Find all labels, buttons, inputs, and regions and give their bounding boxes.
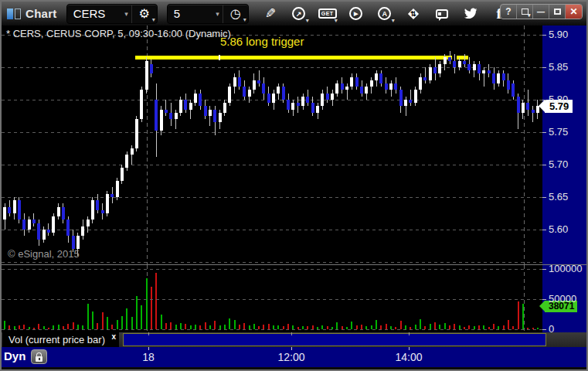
dynamic-mode-button[interactable]: Dyn (4, 349, 25, 362)
volume-bar (14, 326, 15, 329)
esignal-watermark: © eSignal, 2015 (8, 248, 80, 260)
volume-tick (542, 329, 546, 330)
volume-bar (48, 328, 49, 329)
draw-button[interactable]: ✎ (261, 5, 280, 23)
volume-bar (512, 326, 514, 329)
candle-body (488, 70, 491, 73)
price-tick-label: 5.70 (549, 159, 568, 170)
lock-scale-button[interactable] (31, 349, 47, 364)
candle-body (32, 220, 36, 223)
price-tick (542, 35, 546, 36)
price-tick (542, 67, 546, 68)
volume-bar (141, 305, 142, 329)
symbol-input[interactable]: CERS ▾ (67, 5, 132, 23)
minimize-button[interactable]: — (533, 5, 549, 19)
candle-body (463, 61, 466, 64)
chevron-down-icon[interactable]: ▾ (216, 10, 219, 18)
volume-bar (386, 324, 387, 329)
candle-body (433, 67, 437, 73)
symbol-value: CERS (73, 7, 121, 20)
minimize-icon: — (537, 8, 545, 16)
twitter-share-button[interactable] (461, 5, 480, 23)
candle-body (248, 90, 251, 96)
volume-bar (307, 326, 308, 329)
speech-bubble-icon (436, 9, 448, 19)
volume-bar (464, 327, 465, 329)
price-chart-pane[interactable]: * CERS, CERUS CORP, 5, 09:30-16:00 (Dyna… (2, 26, 542, 264)
comment-button[interactable] (433, 5, 451, 23)
volume-bar (73, 322, 74, 329)
candle-body (444, 57, 447, 63)
candle-body (213, 110, 216, 123)
time-axis-label: 12:00 (277, 351, 304, 363)
candle-body (37, 223, 40, 240)
price-tick-label: 5.80 (549, 94, 568, 105)
time-scrollbar[interactable] (123, 333, 546, 346)
maximize-button[interactable] (549, 5, 566, 19)
time-axis-tick (148, 332, 149, 335)
interval-input[interactable]: 5 ▾ (168, 5, 223, 23)
get-data-button[interactable]: GET ▾ (318, 5, 337, 23)
volume-bar (92, 311, 93, 329)
candle-body (326, 94, 329, 100)
time-axis-tick (148, 347, 149, 350)
candle-body (228, 87, 231, 103)
candle-body (287, 100, 290, 110)
candle-body (429, 67, 432, 80)
help-button[interactable]: ? (501, 5, 517, 19)
auto-analysis-button[interactable]: A ▾ (376, 5, 394, 23)
price-axis[interactable]: 5.79 5.905.855.805.755.705.655.60 (542, 26, 586, 264)
candle-body (116, 181, 119, 197)
close-button[interactable]: ✕ (566, 5, 582, 19)
volume-bar (23, 325, 25, 329)
volume-bar (205, 322, 206, 329)
volume-bar (107, 317, 108, 329)
price-tick (542, 230, 546, 230)
candle-body (532, 110, 535, 113)
volume-bar (346, 327, 348, 329)
restore-menu-button[interactable] (517, 5, 533, 19)
volume-bar (87, 304, 89, 329)
candlestick-chart (2, 26, 542, 264)
symbol-settings-button[interactable]: ⚙ ▾ (132, 5, 157, 23)
volume-bar (151, 287, 152, 329)
price-tick-label: 5.85 (549, 62, 568, 73)
volume-bar (283, 326, 284, 329)
reload-symbol-button[interactable]: ⇅ (404, 5, 423, 23)
volume-bar (121, 316, 123, 329)
price-tick-label: 5.65 (549, 192, 568, 203)
volume-bar (219, 325, 221, 329)
refresh-button[interactable]: ↗ ▾ (290, 5, 308, 23)
candle-body (3, 207, 6, 220)
volume-bar (190, 325, 192, 329)
twitter-bird-icon (464, 8, 478, 19)
symbol-group: CERS ▾ ⚙ ▾ (66, 4, 158, 24)
a-circle-icon: A (378, 7, 391, 20)
volume-bar (478, 325, 480, 329)
price-tick (542, 100, 546, 100)
annotation-text[interactable]: 5.86 long trigger (220, 35, 304, 48)
candle-body (272, 94, 275, 104)
candle-body (135, 119, 138, 148)
volume-bar (268, 324, 270, 329)
candle-body (42, 230, 46, 240)
candle-body (184, 100, 187, 110)
volume-bar (508, 320, 509, 329)
chevron-down-icon[interactable]: ▾ (124, 10, 128, 18)
candle-body (277, 87, 280, 93)
volume-bar (180, 323, 182, 329)
chevron-down-icon: ▾ (306, 18, 309, 24)
candle-body (394, 83, 397, 90)
volume-pane[interactable] (2, 264, 542, 332)
candle-body (311, 103, 314, 113)
close-tab-icon[interactable]: x (111, 332, 116, 341)
volume-bar (327, 326, 328, 329)
tab-volume-study[interactable]: Vol (current price bar) x (2, 332, 119, 347)
volume-axis[interactable]: 38071 100000500000 (542, 264, 586, 332)
time-interval-button[interactable]: ◷ ▾ (223, 5, 248, 23)
chart-window-icon (7, 9, 21, 19)
candle-body (448, 57, 451, 60)
candle-body (467, 64, 471, 70)
replay-button[interactable]: ▶ (347, 5, 365, 23)
volume-bar (395, 327, 396, 329)
